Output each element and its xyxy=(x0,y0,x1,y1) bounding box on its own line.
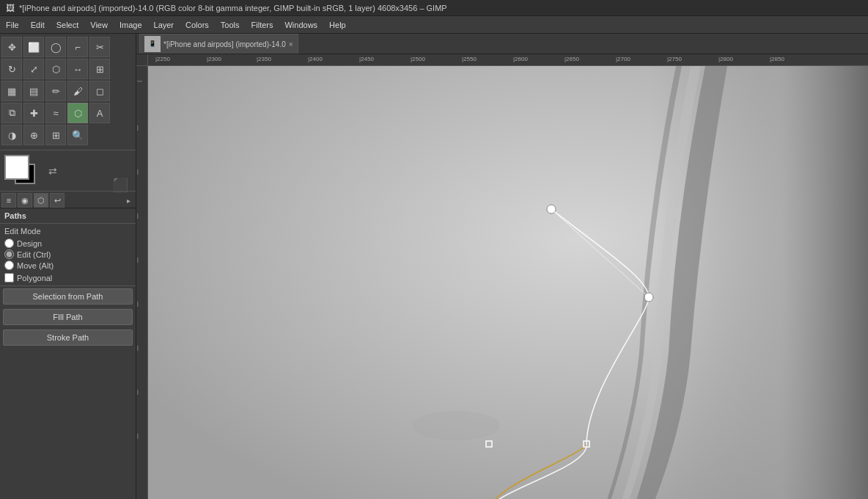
menubar: File Edit Select View Image Layer Colors… xyxy=(0,16,868,34)
menu-windows[interactable]: Windows xyxy=(279,19,323,31)
move-tool[interactable]: ✥ xyxy=(1,37,22,57)
menu-tools[interactable]: Tools xyxy=(215,19,246,31)
ruler-tick-2750: |2750 xyxy=(667,56,682,62)
color-picker-tool[interactable]: ⊕ xyxy=(23,125,44,145)
color-area: ⇄ ⬛ xyxy=(0,150,136,192)
canvas-bg-svg xyxy=(148,66,868,499)
app-icon: 🖼 xyxy=(6,3,15,13)
stroke-path-button[interactable]: Stroke Path xyxy=(3,329,133,346)
rect-select-tool[interactable]: ⬜ xyxy=(23,37,44,57)
polygonal-label: Polygonal xyxy=(17,274,52,283)
paths-tool[interactable]: ⬡ xyxy=(67,103,88,123)
text-tool[interactable]: A xyxy=(89,103,110,123)
design-radio-row[interactable]: Design xyxy=(4,238,131,248)
menu-colors[interactable]: Colors xyxy=(180,19,215,31)
canvas-area[interactable] xyxy=(148,66,868,499)
selection-from-path-button[interactable]: Selection from Path xyxy=(3,288,133,305)
design-radio[interactable] xyxy=(4,238,14,248)
edit-ctrl-radio-row[interactable]: Edit (Ctrl) xyxy=(4,249,131,259)
panel-tabs: ≡ ◉ ⬡ ↩ ▸ xyxy=(0,192,136,208)
flip-tool[interactable]: ↔ xyxy=(67,59,88,79)
menu-edit[interactable]: Edit xyxy=(25,19,51,31)
crop-tool[interactable]: ✂ xyxy=(89,37,110,57)
menu-filters[interactable]: Filters xyxy=(246,19,279,31)
ruler-tick-2500: |2500 xyxy=(411,56,425,62)
heal-tool[interactable]: ✚ xyxy=(23,103,44,123)
ellipse-select-tool[interactable]: ◯ xyxy=(45,37,66,57)
polygonal-checkbox-row[interactable]: Polygonal xyxy=(4,273,131,283)
free-select-tool[interactable]: ⌐ xyxy=(67,37,88,57)
ruler-tick-2250: |2250 xyxy=(155,56,170,62)
menu-layer[interactable]: Layer xyxy=(148,19,180,31)
tab-history[interactable]: ↩ xyxy=(50,193,65,208)
titlebar: 🖼 *[iPhone and airpods] (imported)-14.0 … xyxy=(0,0,868,16)
main-layout: ✥ ⬜ ◯ ⌐ ✂ ↻ ⤢ ⬡ ↔ ⊞ ▦ ▤ ✏ 🖌 ◻ xyxy=(0,34,868,499)
ruler-tick-2350: |2350 xyxy=(257,56,271,62)
scale-tool[interactable]: ⤢ xyxy=(23,59,44,79)
image-tabs: 📱 *[iPhone and airpods] (imported)-14.0 … xyxy=(136,34,868,54)
top-ruler-row: |2250 |2300 |2350 |2400 |2450 |2500 |255… xyxy=(136,54,868,66)
ruler-tick-2450: |2450 xyxy=(359,56,374,62)
reset-colors-button[interactable]: ⬛ xyxy=(112,177,128,193)
canvas-row: | | | | | | | | | xyxy=(136,66,868,499)
v-ruler-tick-9: | xyxy=(137,433,139,438)
menu-select[interactable]: Select xyxy=(51,19,85,31)
v-ruler-tick-3: | xyxy=(137,169,139,174)
zoom-tool[interactable]: 🔍 xyxy=(67,125,88,145)
polygonal-checkbox[interactable] xyxy=(4,273,14,283)
fill-path-button[interactable]: FIll Path xyxy=(3,309,133,325)
edit-ctrl-radio[interactable] xyxy=(4,249,14,259)
tab-layers[interactable]: ≡ xyxy=(1,193,16,208)
panel-expand-button[interactable]: ▸ xyxy=(122,194,134,206)
v-ruler-tick-8: | xyxy=(137,389,139,394)
v-ruler-tick-6: | xyxy=(137,301,139,306)
move-alt-label: Move (Alt) xyxy=(17,261,54,270)
tab-paths[interactable]: ⬡ xyxy=(34,193,48,208)
bucket-fill-tool[interactable]: ▦ xyxy=(1,81,22,101)
image-tab-active[interactable]: 📱 *[iPhone and airpods] (imported)-14.0 … xyxy=(139,34,298,54)
left-panel: ✥ ⬜ ◯ ⌐ ✂ ↻ ⤢ ⬡ ↔ ⊞ ▦ ▤ ✏ 🖌 ◻ xyxy=(0,34,136,499)
move-alt-radio[interactable] xyxy=(4,261,14,270)
tool-row-5: ◑ ⊕ ⊞ 🔍 xyxy=(1,125,134,145)
eraser-tool[interactable]: ◻ xyxy=(89,81,110,101)
transform-tool[interactable]: ⊞ xyxy=(89,59,110,79)
tab-close-button[interactable]: × xyxy=(289,40,293,48)
clone-tool[interactable]: ⧉ xyxy=(1,103,22,123)
measure-tool[interactable]: ⊞ xyxy=(45,125,66,145)
window-title: *[iPhone and airpods] (imported)-14.0 (R… xyxy=(19,4,447,12)
image-thumbnail: 📱 xyxy=(144,36,161,52)
tool-row-2: ↻ ⤢ ⬡ ↔ ⊞ xyxy=(1,59,134,79)
canvas-with-rulers: |2250 |2300 |2350 |2400 |2450 |2500 |255… xyxy=(136,54,868,499)
v-ruler-tick-4: | xyxy=(137,213,139,218)
edit-ctrl-label: Edit (Ctrl) xyxy=(17,250,51,259)
pencil-tool[interactable]: ✏ xyxy=(45,81,66,101)
ruler-tick-2550: |2550 xyxy=(462,56,477,62)
v-ruler-tick-2: | xyxy=(137,125,139,130)
swap-colors-button[interactable]: ⇄ xyxy=(48,165,57,177)
tab-channels[interactable]: ◉ xyxy=(18,193,32,208)
ruler-tick-2850: |2850 xyxy=(770,56,784,62)
perspective-tool[interactable]: ⬡ xyxy=(45,59,66,79)
menu-view[interactable]: View xyxy=(84,19,114,31)
left-ruler: | | | | | | | | | xyxy=(136,66,148,499)
gradient-tool[interactable]: ▤ xyxy=(23,81,44,101)
photo-background xyxy=(148,66,868,499)
move-alt-radio-row[interactable]: Move (Alt) xyxy=(4,261,131,270)
ruler-tick-2300: |2300 xyxy=(207,56,221,62)
foreground-color[interactable] xyxy=(4,155,29,180)
menu-help[interactable]: Help xyxy=(323,19,352,31)
menu-file[interactable]: File xyxy=(0,19,25,31)
menu-image[interactable]: Image xyxy=(114,19,148,31)
top-ruler: |2250 |2300 |2350 |2400 |2450 |2500 |255… xyxy=(148,54,868,66)
paintbrush-tool[interactable]: 🖌 xyxy=(67,81,88,101)
ruler-tick-2650: |2650 xyxy=(564,56,579,62)
dodge-tool[interactable]: ◑ xyxy=(1,125,22,145)
canvas-container: 📱 *[iPhone and airpods] (imported)-14.0 … xyxy=(136,34,868,499)
tool-row-4: ⧉ ✚ ≈ ⬡ A xyxy=(1,103,134,123)
corner-box xyxy=(136,54,148,66)
smudge-tool[interactable]: ≈ xyxy=(45,103,66,123)
v-ruler-tick-5: | xyxy=(137,257,139,262)
ruler-tick-2700: |2700 xyxy=(616,56,630,62)
v-ruler-tick-1: | xyxy=(136,81,141,82)
rotate-tool[interactable]: ↻ xyxy=(1,59,22,79)
